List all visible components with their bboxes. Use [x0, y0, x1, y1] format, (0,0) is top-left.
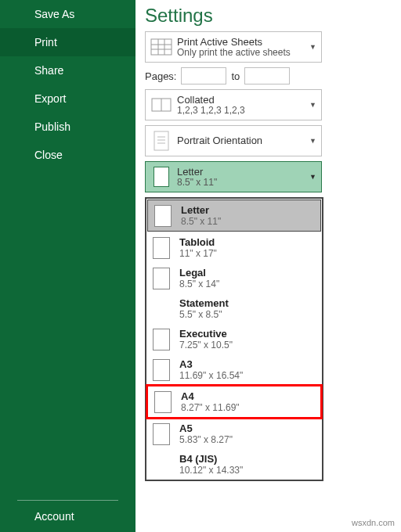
paper-title: Letter [177, 166, 318, 178]
paper-dim: 8.27" x 11.69" [181, 402, 314, 413]
page-icon [153, 268, 170, 289]
page-icon [153, 359, 170, 381]
sidebar-item-close[interactable]: Close [0, 141, 135, 169]
page-icon [154, 391, 172, 413]
paper-name: Executive [179, 328, 316, 340]
pages-to-input[interactable] [244, 67, 290, 84]
page-icon [146, 162, 177, 192]
paper-option[interactable]: Legal8.5" x 14" [146, 263, 322, 293]
paper-name: A3 [179, 358, 316, 370]
paper-dim: 5.83" x 8.27" [179, 434, 316, 445]
sidebar-item-print[interactable]: Print [0, 28, 135, 56]
paper-name: Letter [181, 204, 314, 216]
paper-size-list: Letter8.5" x 11"Tabloid11" x 17"Legal8.5… [145, 197, 323, 481]
svg-rect-0 [151, 39, 172, 55]
paper-name: Statement [179, 297, 316, 309]
page-icon [153, 423, 170, 445]
page-icon [153, 329, 170, 350]
paper-option[interactable]: Tabloid11" x 17" [146, 232, 322, 263]
paper-dim: 8.5" x 11" [181, 216, 314, 227]
paper-option[interactable]: Executive7.25" x 10.5" [146, 324, 322, 354]
paper-name: A4 [181, 390, 314, 402]
paper-option[interactable]: A48.27" x 11.69" [146, 384, 323, 419]
chevron-down-icon: ▼ [309, 137, 316, 145]
paper-dim: 10.12" x 14.33" [179, 465, 316, 476]
paper-name: A5 [179, 422, 316, 434]
paper-option[interactable]: A311.69" x 16.54" [146, 354, 322, 385]
paper-option[interactable]: Letter8.5" x 11" [147, 200, 321, 232]
collation-dropdown[interactable]: Collated 1,2,3 1,2,3 1,2,3 ▼ [145, 89, 322, 120]
sidebar: Save As Print Share Export Publish Close… [0, 0, 135, 532]
chevron-down-icon: ▼ [309, 43, 316, 51]
svg-rect-7 [154, 131, 168, 150]
paper-size-dropdown[interactable]: Letter 8.5" x 11" ▼ [145, 161, 322, 192]
print-what-sub: Only print the active sheets [177, 47, 318, 58]
page-icon [154, 205, 172, 227]
page-icon [153, 237, 170, 259]
settings-title: Settings [145, 5, 401, 27]
pages-row: Pages: to [145, 67, 401, 84]
paper-option[interactable]: B4 (JIS)10.12" x 14.33" [146, 449, 322, 480]
chevron-down-icon: ▼ [309, 173, 316, 181]
sheet-icon [146, 32, 177, 62]
collation-title: Collated [177, 94, 318, 106]
pages-to-label: to [231, 70, 240, 82]
pages-label: Pages: [145, 70, 176, 82]
chevron-down-icon: ▼ [309, 101, 316, 109]
paper-name: Tabloid [179, 236, 316, 248]
sidebar-item-save-as[interactable]: Save As [0, 0, 135, 28]
sidebar-item-export[interactable]: Export [0, 84, 135, 113]
paper-dim: 7.25" x 10.5" [179, 340, 316, 350]
print-what-dropdown[interactable]: Print Active Sheets Only print the activ… [145, 31, 322, 63]
paper-option[interactable]: Statement5.5" x 8.5" [146, 293, 322, 324]
paper-sub: 8.5" x 11" [177, 177, 318, 188]
sidebar-item-share[interactable]: Share [0, 56, 135, 84]
paper-name: Legal [179, 267, 316, 279]
paper-dim: 11" x 17" [179, 248, 316, 259]
paper-name: B4 (JIS) [179, 453, 316, 465]
orientation-title: Portrait Orientation [177, 135, 318, 146]
pages-from-input[interactable] [181, 67, 226, 84]
collated-icon [146, 90, 177, 120]
watermark: wsxdn.com [352, 518, 395, 527]
main-panel: Settings Print Active Sheets Only print … [135, 0, 401, 532]
sidebar-item-publish[interactable]: Publish [0, 113, 135, 141]
paper-option[interactable]: A55.83" x 8.27" [146, 419, 322, 449]
orientation-dropdown[interactable]: Portrait Orientation ▼ [145, 125, 322, 156]
portrait-icon [146, 126, 177, 156]
print-what-title: Print Active Sheets [177, 36, 318, 48]
collation-sub: 1,2,3 1,2,3 1,2,3 [177, 105, 318, 116]
sidebar-item-account[interactable]: Account [0, 501, 135, 532]
paper-dim: 11.69" x 16.54" [179, 370, 316, 381]
paper-dim: 8.5" x 14" [179, 279, 316, 289]
paper-dim: 5.5" x 8.5" [179, 309, 316, 320]
